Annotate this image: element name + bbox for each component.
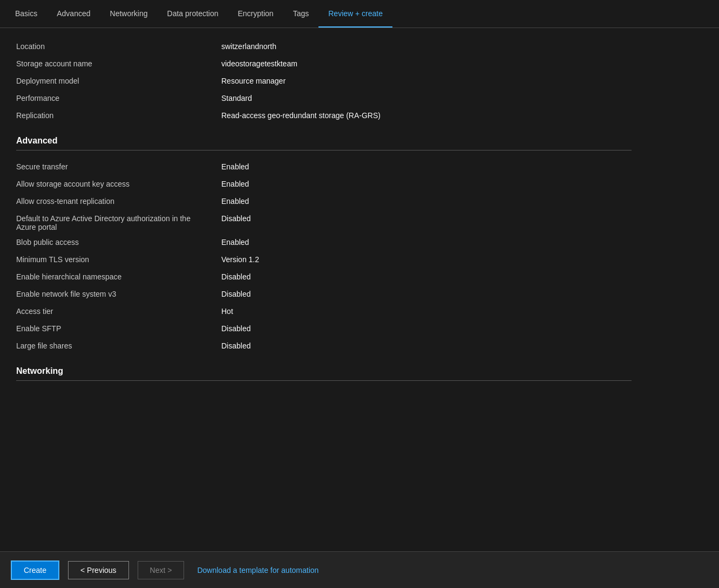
basics-section: LocationswitzerlandnorthStorage account … bbox=[16, 39, 632, 125]
row-value: Disabled bbox=[221, 214, 250, 223]
row-value: Disabled bbox=[221, 290, 250, 298]
table-row: PerformanceStandard bbox=[16, 91, 632, 108]
table-row: Secure transferEnabled bbox=[16, 159, 632, 176]
table-row: Allow cross-tenant replicationEnabled bbox=[16, 194, 632, 211]
row-value: videostoragetestkteam bbox=[221, 59, 297, 68]
networking-section: Networking bbox=[16, 366, 632, 381]
nav-tab-basics[interactable]: Basics bbox=[5, 0, 47, 28]
table-row: Locationswitzerlandnorth bbox=[16, 39, 632, 56]
row-key: Enable hierarchical namespace bbox=[16, 272, 221, 281]
networking-section-header: Networking bbox=[16, 366, 632, 376]
row-key: Enable network file system v3 bbox=[16, 290, 221, 298]
table-row: Allow storage account key accessEnabled bbox=[16, 176, 632, 194]
row-value: Hot bbox=[221, 307, 233, 316]
nav-tab-encryption[interactable]: Encryption bbox=[228, 0, 283, 28]
table-row: Blob public accessEnabled bbox=[16, 235, 632, 252]
row-value: Enabled bbox=[221, 162, 249, 171]
row-key: Enable SFTP bbox=[16, 324, 221, 333]
row-value: Enabled bbox=[221, 180, 249, 188]
advanced-section-header: Advanced bbox=[16, 136, 632, 146]
nav-tab-data-protection[interactable]: Data protection bbox=[158, 0, 228, 28]
row-key: Storage account name bbox=[16, 59, 221, 68]
table-row: Enable network file system v3Disabled bbox=[16, 286, 632, 304]
row-value: Version 1.2 bbox=[221, 255, 259, 264]
row-value: Resource manager bbox=[221, 77, 286, 85]
row-key: Blob public access bbox=[16, 238, 221, 247]
table-row: Enable hierarchical namespaceDisabled bbox=[16, 269, 632, 286]
row-key: Minimum TLS version bbox=[16, 255, 221, 264]
nav-tab-tags[interactable]: Tags bbox=[283, 0, 319, 28]
nav-tab-advanced[interactable]: Advanced bbox=[47, 0, 100, 28]
advanced-divider bbox=[16, 150, 632, 151]
table-row: Default to Azure Active Directory author… bbox=[16, 211, 632, 235]
table-row: Storage account namevideostoragetestktea… bbox=[16, 56, 632, 73]
table-row: Access tierHot bbox=[16, 304, 632, 321]
advanced-section: Advanced Secure transferEnabledAllow sto… bbox=[16, 136, 632, 355]
nav-tab-networking[interactable]: Networking bbox=[100, 0, 158, 28]
row-key: Deployment model bbox=[16, 77, 221, 85]
row-value: Disabled bbox=[221, 324, 250, 333]
table-row: Large file sharesDisabled bbox=[16, 338, 632, 355]
next-button[interactable]: Next > bbox=[138, 561, 185, 579]
main-content: LocationswitzerlandnorthStorage account … bbox=[0, 28, 648, 400]
nav-tab-review-create[interactable]: Review + create bbox=[318, 0, 392, 28]
row-key: Allow cross-tenant replication bbox=[16, 197, 221, 206]
row-value: Disabled bbox=[221, 341, 250, 350]
networking-divider bbox=[16, 380, 632, 381]
table-row: Enable SFTPDisabled bbox=[16, 321, 632, 338]
row-value: Enabled bbox=[221, 238, 249, 247]
row-key: Access tier bbox=[16, 307, 221, 316]
table-row: Minimum TLS versionVersion 1.2 bbox=[16, 252, 632, 269]
row-key: Allow storage account key access bbox=[16, 180, 221, 188]
row-key: Large file shares bbox=[16, 341, 221, 350]
row-value: switzerlandnorth bbox=[221, 42, 276, 51]
row-value: Enabled bbox=[221, 197, 249, 206]
row-value: Read-access geo-redundant storage (RA-GR… bbox=[221, 111, 381, 120]
row-key: Location bbox=[16, 42, 221, 51]
table-row: ReplicationRead-access geo-redundant sto… bbox=[16, 108, 632, 125]
row-value: Standard bbox=[221, 94, 252, 102]
row-key: Default to Azure Active Directory author… bbox=[16, 214, 221, 231]
bottom-bar: Create < Previous Next > Download a temp… bbox=[0, 551, 719, 588]
row-key: Replication bbox=[16, 111, 221, 120]
download-template-link[interactable]: Download a template for automation bbox=[197, 566, 318, 575]
row-key: Performance bbox=[16, 94, 221, 102]
row-value: Disabled bbox=[221, 272, 250, 281]
nav-tabs: BasicsAdvancedNetworkingData protectionE… bbox=[0, 0, 719, 28]
create-button[interactable]: Create bbox=[11, 560, 59, 580]
table-row: Deployment modelResource manager bbox=[16, 73, 632, 91]
previous-button[interactable]: < Previous bbox=[68, 561, 129, 579]
row-key: Secure transfer bbox=[16, 162, 221, 171]
